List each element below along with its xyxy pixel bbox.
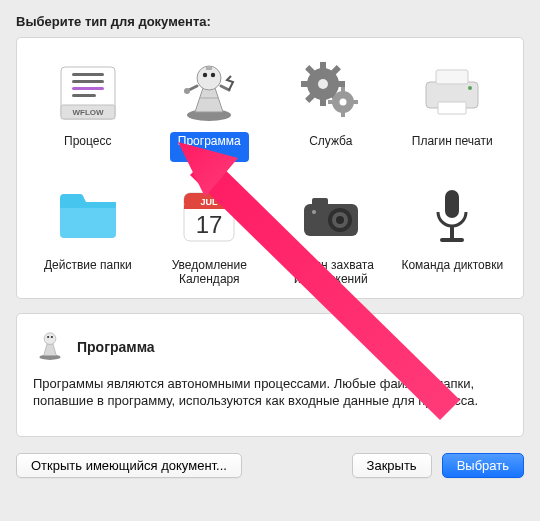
svg-rect-15 [320, 98, 326, 106]
type-image-capture-plugin[interactable]: Плагин захвата изображений [270, 180, 392, 288]
type-workflow-label: Процесс [56, 132, 119, 162]
svg-point-31 [468, 86, 472, 90]
wflow-text: WFLOW [72, 108, 104, 117]
svg-point-42 [312, 210, 316, 214]
type-workflow[interactable]: WFLOW Процесс [27, 56, 149, 162]
workflow-icon: WFLOW [52, 56, 124, 128]
type-application[interactable]: Программа [149, 56, 271, 162]
calendar-icon: JUL 17 [173, 180, 245, 252]
svg-rect-16 [301, 81, 309, 87]
microphone-icon [416, 180, 488, 252]
type-calendar-alarm[interactable]: JUL 17 Уведомление Календаря [149, 180, 271, 288]
choose-button[interactable]: Выбрать [442, 453, 524, 478]
folder-icon [52, 180, 124, 252]
svg-point-23 [339, 99, 346, 106]
svg-point-13 [318, 79, 328, 89]
close-button[interactable]: Закрыть [352, 453, 432, 478]
svg-rect-26 [328, 100, 334, 104]
dialog-body: Выберите тип для документа: WFLOW Проц [0, 0, 540, 494]
svg-rect-38 [312, 198, 328, 206]
svg-point-11 [184, 88, 190, 94]
type-image-capture-plugin-label: Плагин захвата изображений [270, 256, 392, 288]
application-icon [173, 56, 245, 128]
type-application-label: Программа [170, 132, 249, 162]
svg-point-9 [211, 73, 215, 77]
svg-rect-27 [352, 100, 358, 104]
type-print-plugin[interactable]: Плагин печати [392, 56, 514, 162]
description-header: Программа [33, 328, 507, 365]
svg-rect-2 [72, 73, 104, 76]
type-service[interactable]: Служба [270, 56, 392, 162]
calendar-month: JUL [201, 197, 219, 207]
svg-rect-33 [60, 202, 116, 208]
type-print-plugin-label: Плагин печати [404, 132, 501, 162]
camera-icon [295, 180, 367, 252]
svg-point-41 [336, 216, 344, 224]
type-folder-action[interactable]: Действие папки [27, 180, 149, 288]
svg-rect-43 [445, 190, 459, 218]
document-type-grid: WFLOW Процесс [27, 56, 513, 288]
description-box: Программа Программы являются автономными… [16, 313, 524, 437]
svg-rect-5 [72, 94, 96, 97]
svg-point-8 [203, 73, 207, 77]
description-icon [33, 328, 67, 365]
service-icon [295, 56, 367, 128]
svg-point-49 [51, 336, 53, 338]
svg-rect-24 [341, 87, 345, 93]
svg-rect-44 [450, 226, 454, 238]
svg-rect-29 [436, 70, 468, 84]
svg-rect-3 [72, 80, 104, 83]
svg-rect-14 [320, 62, 326, 70]
description-title: Программа [77, 339, 155, 355]
svg-rect-30 [438, 102, 466, 114]
type-dictation-command[interactable]: Команда диктовки [392, 180, 514, 288]
svg-point-47 [44, 333, 56, 345]
calendar-day: 17 [196, 211, 223, 238]
type-folder-action-label: Действие папки [36, 256, 140, 286]
prompt-label: Выберите тип для документа: [16, 14, 524, 29]
svg-rect-10 [206, 67, 212, 70]
description-body: Программы являются автономными процессам… [33, 375, 507, 409]
svg-rect-45 [440, 238, 464, 242]
printer-icon [416, 56, 488, 128]
svg-point-48 [47, 336, 49, 338]
type-dictation-command-label: Команда диктовки [393, 256, 511, 286]
document-type-grid-box: WFLOW Процесс [16, 37, 524, 299]
button-row: Открыть имеющийся документ... Закрыть Вы… [16, 453, 524, 478]
type-calendar-alarm-label: Уведомление Календаря [149, 256, 271, 288]
svg-rect-25 [341, 111, 345, 117]
open-existing-button[interactable]: Открыть имеющийся документ... [16, 453, 242, 478]
svg-rect-4 [72, 87, 104, 90]
svg-rect-17 [337, 81, 345, 87]
type-service-label: Служба [301, 132, 360, 162]
